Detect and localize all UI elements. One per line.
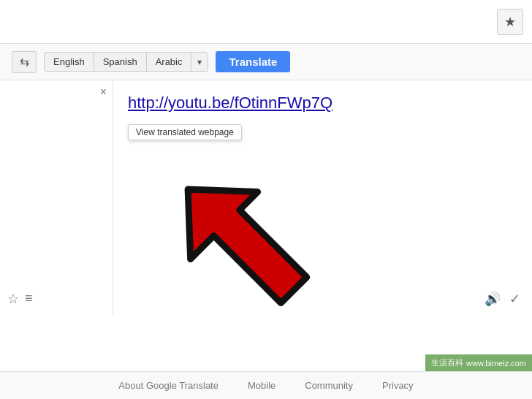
source-actions: ☆ ≡ xyxy=(7,291,33,307)
translated-link[interactable]: http://youtu.be/fOtinnFWp7Q xyxy=(128,94,517,113)
swap-icon: ⇆ xyxy=(20,55,29,69)
watermark-chinese: 生活百科 xyxy=(431,357,463,368)
check-icon[interactable]: ✓ xyxy=(509,291,520,307)
swap-languages-button[interactable]: ⇆ xyxy=(12,51,37,73)
watermark-url: www.bimeiz.com xyxy=(466,359,526,368)
speaker-icon[interactable]: 🔊 xyxy=(484,291,501,307)
bookmark-button[interactable]: ★ xyxy=(497,9,523,35)
footer-mobile-link[interactable]: Mobile xyxy=(248,380,276,391)
translate-button[interactable]: Translate xyxy=(216,51,290,72)
lang-dropdown-button[interactable]: ▾ xyxy=(191,53,208,71)
view-translated-tooltip[interactable]: View translated webpage xyxy=(128,124,242,140)
footer: About Google Translate Mobile Community … xyxy=(0,371,532,399)
star-icon[interactable]: ☆ xyxy=(7,291,19,307)
result-panel: http://youtu.be/fOtinnFWp7Q View transla… xyxy=(113,80,532,314)
top-bar: ★ xyxy=(0,0,532,44)
bookmark-icon: ★ xyxy=(504,14,516,30)
toolbar: ⇆ English Spanish Arabic ▾ Translate xyxy=(0,44,532,80)
lang-spanish-button[interactable]: Spanish xyxy=(94,53,147,71)
main-area: × ☆ ≡ http://youtu.be/fOtinnFWp7Q View t… xyxy=(0,80,532,314)
footer-community-link[interactable]: Community xyxy=(305,380,353,391)
format-icon[interactable]: ≡ xyxy=(25,291,33,307)
footer-privacy-link[interactable]: Privacy xyxy=(382,380,414,391)
language-selector: English Spanish Arabic ▾ xyxy=(44,52,208,72)
source-panel: × ☆ ≡ xyxy=(0,80,113,314)
lang-english-button[interactable]: English xyxy=(45,53,94,71)
close-button[interactable]: × xyxy=(100,86,107,98)
result-actions: 🔊 ✓ xyxy=(484,291,520,307)
watermark: 生活百科 www.bimeiz.com xyxy=(425,354,532,371)
lang-arabic-button[interactable]: Arabic xyxy=(147,53,192,71)
footer-about-link[interactable]: About Google Translate xyxy=(118,380,218,391)
